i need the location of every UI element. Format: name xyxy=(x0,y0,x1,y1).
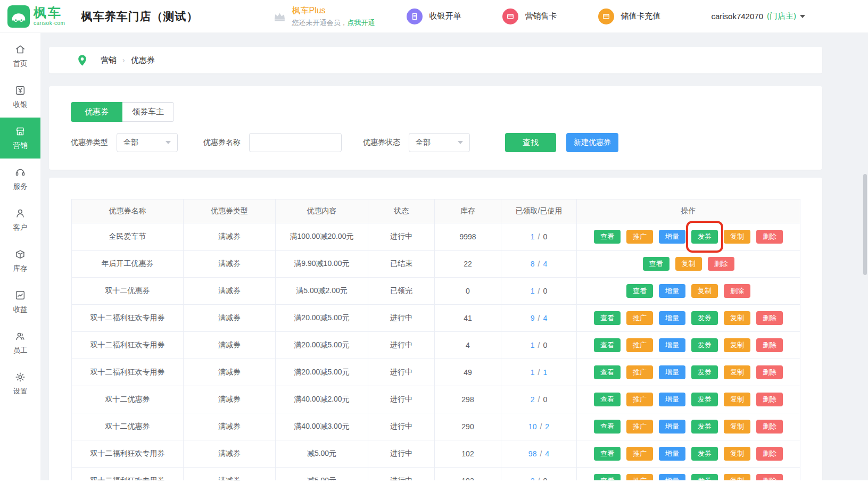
issue-button[interactable]: 发券 xyxy=(691,338,718,352)
increase-button[interactable]: 增量 xyxy=(659,393,685,406)
view-button[interactable]: 查看 xyxy=(626,284,653,298)
brand-domain: carisok·com xyxy=(34,21,65,26)
issue-button[interactable]: 发券 xyxy=(691,365,718,379)
sidebar-item-inventory[interactable]: 库存 xyxy=(0,240,40,281)
copy-button[interactable]: 复制 xyxy=(724,447,750,461)
sidebar-item-service[interactable]: 服务 xyxy=(0,159,40,199)
quick-action-cashier-billing[interactable]: 收银开单 xyxy=(407,9,461,24)
sidebar-item-marketing[interactable]: 营销 xyxy=(0,118,40,159)
received-used-cell: 10/2 xyxy=(501,413,577,440)
copy-button[interactable]: 复制 xyxy=(724,338,750,352)
copy-button[interactable]: 复制 xyxy=(724,311,750,325)
delete-button[interactable]: 删除 xyxy=(756,230,783,244)
open-plus-link[interactable]: 点我开通 xyxy=(347,19,375,27)
sidebar-item-settings[interactable]: 设置 xyxy=(0,363,40,404)
coupon-name-input[interactable] xyxy=(249,133,342,152)
increase-button[interactable]: 增量 xyxy=(659,420,685,434)
promote-button[interactable]: 推广 xyxy=(626,230,653,244)
issue-button[interactable]: 发券 xyxy=(691,447,718,461)
received-count-link[interactable]: 98 xyxy=(528,449,537,458)
plus-membership[interactable]: 枫车Plus 您还未开通会员，点我开通 xyxy=(272,5,375,28)
delete-button[interactable]: 删除 xyxy=(724,284,750,298)
copy-button[interactable]: 复制 xyxy=(724,420,750,434)
brand-logo[interactable]: 枫车 carisok·com xyxy=(7,5,65,28)
view-button[interactable]: 查看 xyxy=(594,338,621,352)
view-button[interactable]: 查看 xyxy=(643,257,669,271)
search-button[interactable]: 查找 xyxy=(505,133,556,152)
quick-action-marketing-card-sale[interactable]: 营销售卡 xyxy=(502,9,557,24)
coupon-status-select[interactable]: 全部 xyxy=(409,133,470,152)
increase-button[interactable]: 增量 xyxy=(659,338,685,352)
received-count-link[interactable]: 1 xyxy=(531,368,535,377)
copy-button-wrap: 复制 xyxy=(724,393,750,406)
promote-button[interactable]: 推广 xyxy=(626,420,653,434)
received-count-link[interactable]: 1 xyxy=(531,341,535,349)
view-button[interactable]: 查看 xyxy=(594,420,621,434)
tab-coupon-owners[interactable]: 领券车主 xyxy=(122,102,174,122)
copy-button[interactable]: 复制 xyxy=(724,230,750,244)
received-count-link[interactable]: 8 xyxy=(531,260,535,268)
view-button[interactable]: 查看 xyxy=(594,311,621,325)
delete-button[interactable]: 删除 xyxy=(756,338,783,352)
actions-cell: 查看推广增量发券复制删除 xyxy=(577,359,800,386)
promote-button[interactable]: 推广 xyxy=(626,311,653,325)
view-button[interactable]: 查看 xyxy=(594,393,621,406)
sidebar-item-home[interactable]: 首页 xyxy=(0,36,40,77)
copy-button[interactable]: 复制 xyxy=(691,284,718,298)
count-separator: / xyxy=(540,422,542,431)
view-button[interactable]: 查看 xyxy=(594,447,621,461)
delete-button[interactable]: 删除 xyxy=(708,257,734,271)
view-button[interactable]: 查看 xyxy=(594,365,621,379)
delete-button[interactable]: 删除 xyxy=(756,365,783,379)
scrollbar-thumb[interactable] xyxy=(863,174,867,275)
column-header: 操作 xyxy=(577,199,800,223)
view-button[interactable]: 查看 xyxy=(594,230,621,244)
issue-button[interactable]: 发券 xyxy=(691,311,718,325)
received-count-link[interactable]: 10 xyxy=(528,422,537,431)
promote-button[interactable]: 推广 xyxy=(626,447,653,461)
received-count-link[interactable]: 9 xyxy=(531,314,535,322)
increase-button[interactable]: 增量 xyxy=(659,365,685,379)
breadcrumb-item-0[interactable]: 营销 xyxy=(101,55,117,65)
copy-button-wrap: 复制 xyxy=(675,257,702,271)
used-count-link[interactable]: 1 xyxy=(543,368,547,377)
tab-coupons[interactable]: 优惠券 xyxy=(71,102,122,122)
sidebar-item-cashier[interactable]: 收银 xyxy=(0,77,40,118)
delete-button[interactable]: 删除 xyxy=(756,311,783,325)
issue-button[interactable]: 发券 xyxy=(691,393,718,406)
issue-button[interactable]: 发券 xyxy=(691,420,718,434)
used-count-link[interactable]: 4 xyxy=(543,314,547,322)
received-count-link[interactable]: 1 xyxy=(531,287,535,295)
account-menu[interactable]: carisok742070 (门店主) xyxy=(711,11,805,21)
received-count-link[interactable]: 1 xyxy=(531,232,535,241)
promote-button[interactable]: 推广 xyxy=(626,365,653,379)
increase-button[interactable]: 增量 xyxy=(659,447,685,461)
quick-action-stored-value-recharge[interactable]: 储值卡充值 xyxy=(598,9,660,24)
sidebar-item-staff[interactable]: 员工 xyxy=(0,322,40,363)
received-count-link[interactable]: 2 xyxy=(531,395,535,404)
copy-button[interactable]: 复制 xyxy=(675,257,702,271)
used-count-link[interactable]: 2 xyxy=(545,422,549,431)
create-coupon-button[interactable]: 新建优惠券 xyxy=(566,133,618,152)
copy-button[interactable]: 复制 xyxy=(724,393,750,406)
coupon-type-select[interactable]: 全部 xyxy=(117,133,178,152)
increase-button[interactable]: 增量 xyxy=(659,230,685,244)
delete-button[interactable]: 删除 xyxy=(756,447,783,461)
increase-button[interactable]: 增量 xyxy=(659,311,685,325)
breadcrumb-item-1[interactable]: 优惠券 xyxy=(131,55,155,65)
promote-button[interactable]: 推广 xyxy=(626,393,653,406)
vertical-scrollbar[interactable] xyxy=(863,33,868,500)
received-used-cell: 8/4 xyxy=(501,251,577,278)
increase-button[interactable]: 增量 xyxy=(659,284,685,298)
promote-button[interactable]: 推广 xyxy=(626,338,653,352)
delete-button[interactable]: 删除 xyxy=(756,393,783,406)
issue-button[interactable]: 发券 xyxy=(691,230,718,244)
sidebar-item-revenue[interactable]: 收益 xyxy=(0,281,40,322)
used-count-link[interactable]: 4 xyxy=(545,449,549,458)
delete-button[interactable]: 删除 xyxy=(756,420,783,434)
promote-button-wrap: 推广 xyxy=(626,420,653,434)
sidebar-item-customer[interactable]: 客户 xyxy=(0,199,40,240)
copy-button[interactable]: 复制 xyxy=(724,365,750,379)
coupon-content-cell: 满40.00减2.00元 xyxy=(276,386,368,413)
used-count-link[interactable]: 4 xyxy=(543,260,547,268)
